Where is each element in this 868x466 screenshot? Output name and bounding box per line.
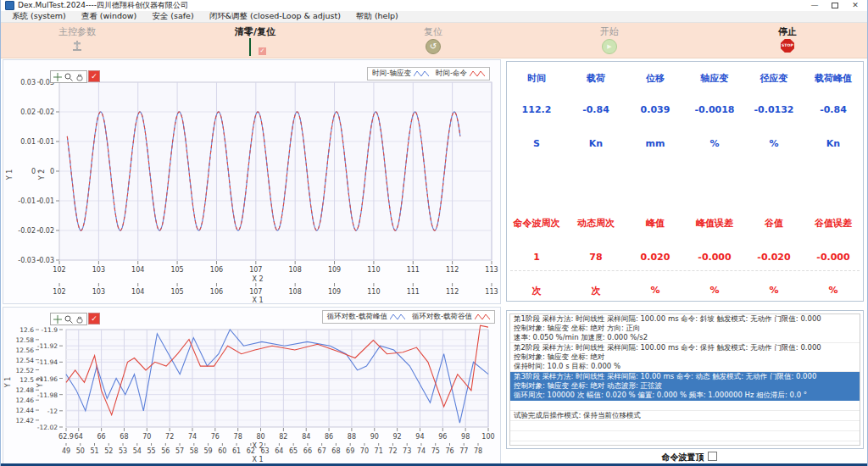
primary-unit-1: Kn xyxy=(566,138,626,149)
cycle-header-3: 峰值误差 xyxy=(685,217,744,230)
title-bar: Dex.MulTest.2024----四川德翔科创仪器有限公司 — ✕ xyxy=(1,0,867,11)
tick-label: 59 xyxy=(203,447,212,455)
close-button[interactable]: ✕ xyxy=(845,0,865,11)
tick-label: 78 xyxy=(474,447,482,455)
tick-label: 54 xyxy=(133,447,142,455)
y1-axis-title: Y 1 xyxy=(4,377,12,389)
toolbar-button-reset[interactable]: 复位 ↺ xyxy=(374,25,492,56)
program-step-line: 保持时间: 10.0 s 目标: 0.000 % xyxy=(514,362,856,371)
program-step-3[interactable]: 第3阶段 采样方法: 时间线性 采样间隔: 10.00 ms 命令: 动态 触发… xyxy=(510,372,860,401)
legend-label: 循环对数-载荷谷值 xyxy=(412,312,472,322)
primary-header-row: 时间载荷位移轴应变径应变载荷峰值 xyxy=(507,72,863,85)
command-wave-pin-label: 命令波置顶 xyxy=(662,452,704,462)
plot-enable-checkbox[interactable]: ✓ xyxy=(88,313,100,325)
empty-row xyxy=(510,421,860,431)
toolbar-button-start[interactable]: 开始 ▶ xyxy=(550,25,669,56)
tick-label: 108 xyxy=(289,288,302,296)
tick-label: 105 xyxy=(170,288,183,296)
crosshair-tool-icon[interactable] xyxy=(53,315,62,324)
tick-label: 107 xyxy=(249,266,262,274)
tick-label: 12.58 xyxy=(16,336,35,344)
program-step-1[interactable]: 第1阶段 采样方法: 时间线性 采样间隔: 100.00 ms 命令: 斜坡 触… xyxy=(510,314,860,343)
tick-label: 106 xyxy=(210,266,223,274)
legend-item-1[interactable]: 循环对数-载荷谷值 xyxy=(412,312,490,322)
tick-label: 12.48 xyxy=(16,386,35,394)
tick-label: -0.03 xyxy=(18,257,36,264)
cycle-value-3: -0.000 xyxy=(685,252,744,263)
graph-tool-palette[interactable] xyxy=(50,70,87,83)
legend-item-1[interactable]: 时间-命令 xyxy=(436,69,485,79)
zoom-tool-icon[interactable] xyxy=(64,73,73,81)
menu-item-1[interactable]: 查看 (window) xyxy=(74,11,144,22)
tick-label: 66 xyxy=(97,433,106,441)
tick-label: 109 xyxy=(328,266,341,274)
tick-label: 0.02 xyxy=(20,108,36,116)
waveform-legend[interactable]: 时间-轴应变时间-命令 xyxy=(367,67,490,80)
cycle-legend[interactable]: 循环对数-载荷峰值循环对数-载荷谷值 xyxy=(322,310,495,324)
master-params-label: 主控参数 xyxy=(18,25,136,38)
tick-label: -0.01 xyxy=(18,197,36,205)
tick-label: 12.44 xyxy=(16,407,35,414)
post-test-mode-row[interactable]: 试验完成后操作模式: 保持当前位移模式 xyxy=(510,411,860,421)
pan-hand-tool-icon[interactable] xyxy=(75,73,84,81)
tick-label: -0.03 xyxy=(36,257,54,264)
tick-label: 70 xyxy=(360,447,369,455)
tick-label: 78 xyxy=(234,433,242,441)
legend-item-0[interactable]: 循环对数-载荷峰值 xyxy=(327,312,405,322)
tick-label: -0.02 xyxy=(18,227,36,235)
graph-tool-palette[interactable] xyxy=(50,313,87,325)
tick-label: 67 xyxy=(318,447,326,455)
legend-item-0[interactable]: 时间-轴应变 xyxy=(372,69,429,79)
zoom-tool-icon[interactable] xyxy=(64,315,73,324)
stop-icon: STOP xyxy=(781,39,794,53)
menu-item-4[interactable]: 帮助 (help) xyxy=(348,11,406,22)
tick-label: 63 xyxy=(261,447,270,455)
readout-panel: 时间载荷位移轴应变径应变载荷峰值 112.2-0.840.039-0.0018-… xyxy=(506,61,864,302)
primary-unit-0: S xyxy=(507,138,566,149)
toolbar-button-master-params[interactable]: 主控参数 xyxy=(18,25,136,56)
toolbar-button-stop[interactable]: 停止 STOP xyxy=(728,25,847,56)
tick-label: 77 xyxy=(459,447,468,455)
tick-label: 76 xyxy=(211,433,220,441)
pan-hand-tool-icon[interactable] xyxy=(75,315,84,324)
primary-unit-4: % xyxy=(744,138,804,149)
tick-label: 111 xyxy=(407,266,420,274)
cycle-unit-5: % xyxy=(804,285,863,297)
tick-label: 12.56 xyxy=(16,347,35,354)
cycle-value-2: 0.020 xyxy=(626,252,685,263)
tick-label: 52 xyxy=(104,447,113,455)
plot-enable-checkbox[interactable]: ✓ xyxy=(88,70,100,82)
primary-value-4: -0.0132 xyxy=(744,104,804,115)
maximize-button[interactable] xyxy=(825,0,845,11)
menu-item-2[interactable]: 安全 (safe) xyxy=(144,11,201,22)
program-step-list[interactable]: 第1阶段 采样方法: 时间线性 采样间隔: 100.00 ms 命令: 斜坡 触… xyxy=(509,313,860,446)
row-divider xyxy=(510,270,860,271)
stop-label: 停止 xyxy=(728,25,847,38)
cycle-header-5: 谷值误差 xyxy=(804,217,863,230)
tick-label: 65 xyxy=(289,447,298,455)
cycle-unit-0: 次 xyxy=(507,285,566,297)
command-wave-pin[interactable]: 命令波置顶 xyxy=(594,452,784,463)
menu-item-3[interactable]: 闭环&调整 (closed-Loop & adjust) xyxy=(202,11,348,22)
cycle-value-row: 1780.020-0.000-0.020-0.000 xyxy=(507,252,863,263)
tick-label: 92 xyxy=(393,433,402,441)
program-step-2[interactable]: 第2阶段 采样方法: 时间线性 采样间隔: 100.00 ms 命令: 保持 触… xyxy=(510,343,860,372)
tick-label: 61 xyxy=(232,447,241,455)
tick-label: 104 xyxy=(131,288,144,296)
tick-label: 102 xyxy=(53,266,65,274)
tick-label: 64 xyxy=(75,433,83,441)
crosshair-tool-icon[interactable] xyxy=(53,73,62,81)
tick-label: 12.46 xyxy=(16,397,35,404)
command-wave-pin-checkbox[interactable] xyxy=(708,452,717,461)
tick-label: 57 xyxy=(175,447,184,455)
legend-line-swatch xyxy=(475,313,490,321)
toolbar-button-zero-reset[interactable]: 清零/复位 ✓ xyxy=(196,25,314,56)
program-step-line: 循环周次: 100000 次 幅值: 0.020 % 偏置: 0.000 % 频… xyxy=(514,391,856,400)
test-machine-icon xyxy=(71,39,83,53)
tick-label: 100 xyxy=(481,433,494,441)
primary-value-0: 112.2 xyxy=(507,104,566,115)
minimize-button[interactable]: — xyxy=(804,0,825,11)
tick-label: 12.42 xyxy=(16,417,35,424)
menu-item-0[interactable]: 系统 (system) xyxy=(4,11,74,22)
cycle-unit-2: % xyxy=(626,285,685,297)
